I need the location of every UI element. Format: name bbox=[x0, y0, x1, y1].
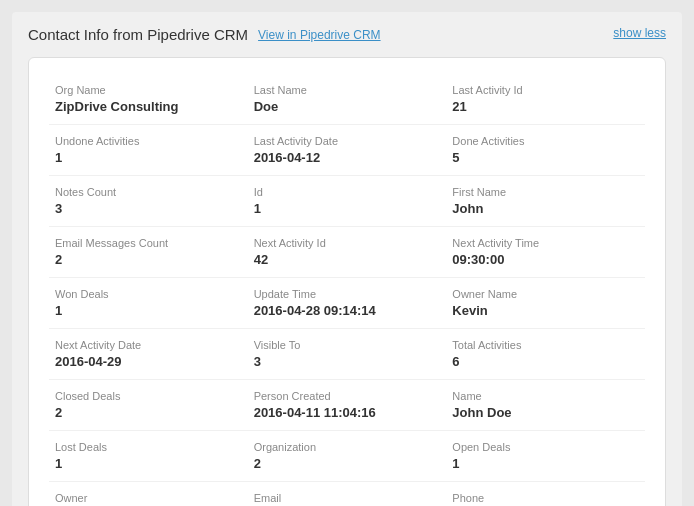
field-item: Last NameDoe bbox=[248, 74, 447, 125]
field-label: Lost Deals bbox=[55, 441, 238, 453]
field-item: Org NameZipDrive Consulting bbox=[49, 74, 248, 125]
field-item: Open Deals1 bbox=[446, 431, 645, 482]
field-label: Person Created bbox=[254, 390, 437, 402]
field-label: Next Activity Id bbox=[254, 237, 437, 249]
field-value: 3 bbox=[55, 201, 238, 216]
field-label: Last Name bbox=[254, 84, 437, 96]
field-value: 2 bbox=[254, 456, 437, 471]
field-value: 09:30:00 bbox=[452, 252, 635, 267]
field-value: Doe bbox=[254, 99, 437, 114]
field-label: Total Activities bbox=[452, 339, 635, 351]
field-label: Notes Count bbox=[55, 186, 238, 198]
field-value: 1 bbox=[55, 456, 238, 471]
field-label: Name bbox=[452, 390, 635, 402]
field-item: Owner NameKevin bbox=[446, 278, 645, 329]
field-label: Update Time bbox=[254, 288, 437, 300]
fields-grid: Org NameZipDrive ConsultingLast NameDoeL… bbox=[49, 74, 645, 506]
field-value: ZipDrive Consulting bbox=[55, 99, 238, 114]
page-title: Contact Info from Pipedrive CRM bbox=[28, 26, 248, 43]
field-value: 2 bbox=[55, 405, 238, 420]
field-label: First Name bbox=[452, 186, 635, 198]
field-value: 42 bbox=[254, 252, 437, 267]
field-value: Kevin bbox=[452, 303, 635, 318]
field-item: NameJohn Doe bbox=[446, 380, 645, 431]
field-value: 1 bbox=[452, 456, 635, 471]
field-value: 2016-04-12 bbox=[254, 150, 437, 165]
field-label: Owner bbox=[55, 492, 238, 504]
field-label: Next Activity Date bbox=[55, 339, 238, 351]
field-value: 3 bbox=[254, 354, 437, 369]
field-item: Email Messages Count2 bbox=[49, 227, 248, 278]
field-item: Next Activity Id42 bbox=[248, 227, 447, 278]
field-value: 2016-04-29 bbox=[55, 354, 238, 369]
field-value: 21 bbox=[452, 99, 635, 114]
field-label: Email Messages Count bbox=[55, 237, 238, 249]
page-title-area: Contact Info from Pipedrive CRM View in … bbox=[28, 26, 381, 43]
field-value: 2 bbox=[55, 252, 238, 267]
field-label: Org Name bbox=[55, 84, 238, 96]
field-item: First NameJohn bbox=[446, 176, 645, 227]
field-label: Last Activity Date bbox=[254, 135, 437, 147]
field-item: Id1 bbox=[248, 176, 447, 227]
field-label: Done Activities bbox=[452, 135, 635, 147]
info-card: Org NameZipDrive ConsultingLast NameDoeL… bbox=[28, 57, 666, 506]
field-item: Next Activity Time09:30:00 bbox=[446, 227, 645, 278]
field-label: Organization bbox=[254, 441, 437, 453]
field-value: John bbox=[452, 201, 635, 216]
field-item: Organization2 bbox=[248, 431, 447, 482]
field-value: 1 bbox=[254, 201, 437, 216]
field-label: Closed Deals bbox=[55, 390, 238, 402]
field-item: Phone+1 949 535 2220 bbox=[446, 482, 645, 506]
page-header: Contact Info from Pipedrive CRM View in … bbox=[28, 26, 666, 43]
field-item: Notes Count3 bbox=[49, 176, 248, 227]
page-container: Contact Info from Pipedrive CRM View in … bbox=[12, 12, 682, 506]
field-label: Id bbox=[254, 186, 437, 198]
field-value: 1 bbox=[55, 303, 238, 318]
view-in-pipedrive-link[interactable]: View in Pipedrive CRM bbox=[258, 28, 381, 42]
field-label: Next Activity Time bbox=[452, 237, 635, 249]
field-item: Undone Activities1 bbox=[49, 125, 248, 176]
field-item: Lost Deals1 bbox=[49, 431, 248, 482]
field-label: Won Deals bbox=[55, 288, 238, 300]
field-item: Emailarun@zipdrive.com bbox=[248, 482, 447, 506]
field-item: Last Activity Date2016-04-12 bbox=[248, 125, 447, 176]
field-label: Phone bbox=[452, 492, 635, 504]
field-value: 2016-04-28 09:14:14 bbox=[254, 303, 437, 318]
field-label: Undone Activities bbox=[55, 135, 238, 147]
field-value: 6 bbox=[452, 354, 635, 369]
field-label: Last Activity Id bbox=[452, 84, 635, 96]
field-item: Next Activity Date2016-04-29 bbox=[49, 329, 248, 380]
field-item: Done Activities5 bbox=[446, 125, 645, 176]
field-item: Person Created2016-04-11 11:04:16 bbox=[248, 380, 447, 431]
field-value: John Doe bbox=[452, 405, 635, 420]
field-item: Update Time2016-04-28 09:14:14 bbox=[248, 278, 447, 329]
field-item: Last Activity Id21 bbox=[446, 74, 645, 125]
field-value: 1 bbox=[55, 150, 238, 165]
field-value: 5 bbox=[452, 150, 635, 165]
field-value: 2016-04-11 11:04:16 bbox=[254, 405, 437, 420]
field-label: Visible To bbox=[254, 339, 437, 351]
field-item: Owner1293999 bbox=[49, 482, 248, 506]
field-item: Won Deals1 bbox=[49, 278, 248, 329]
field-item: Total Activities6 bbox=[446, 329, 645, 380]
field-label: Open Deals bbox=[452, 441, 635, 453]
field-label: Owner Name bbox=[452, 288, 635, 300]
show-less-link[interactable]: show less bbox=[613, 26, 666, 40]
field-item: Closed Deals2 bbox=[49, 380, 248, 431]
field-label: Email bbox=[254, 492, 437, 504]
field-item: Visible To3 bbox=[248, 329, 447, 380]
